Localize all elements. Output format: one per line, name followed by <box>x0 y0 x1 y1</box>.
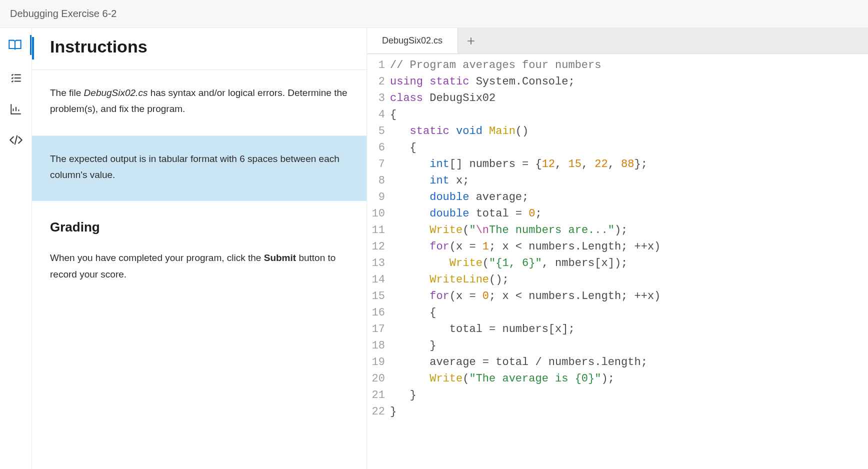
code-line[interactable]: class DebugSix02 <box>390 90 868 106</box>
note-text: The expected output is in tabular format… <box>50 154 340 180</box>
code-icon[interactable] <box>8 132 24 148</box>
code-line[interactable]: } <box>390 387 868 404</box>
code-line[interactable]: total = numbers[x]; <box>390 321 868 338</box>
book-icon[interactable] <box>0 35 32 55</box>
file-tab-label: DebugSix02.cs <box>382 36 442 46</box>
main: Instructions The file DebugSix02.cs has … <box>0 28 868 469</box>
code-line[interactable]: WriteLine(); <box>390 272 868 288</box>
grading-section: Grading When you have completed your pro… <box>32 201 366 300</box>
code-line[interactable]: using static System.Console; <box>390 74 868 90</box>
instructions-note: The expected output is in tabular format… <box>32 136 366 202</box>
grading-heading: Grading <box>50 216 348 238</box>
barchart-icon[interactable] <box>8 101 24 117</box>
code-line[interactable]: for(x = 0; x < numbers.Length; ++x) <box>390 288 868 304</box>
code-line[interactable]: { <box>390 304 868 321</box>
code-line[interactable]: { <box>390 140 868 156</box>
grading-text: When you have completed your program, cl… <box>50 250 348 282</box>
code-line[interactable]: double total = 0; <box>390 206 868 222</box>
editor-panel: DebugSix02.cs 12345678910111213141516171… <box>367 28 868 469</box>
code-line[interactable]: int[] numbers = {12, 15, 22, 88}; <box>390 156 868 172</box>
code-line[interactable]: average = total / numbers.length; <box>390 354 868 370</box>
page-title: Debugging Exercise 6-2 <box>10 8 116 20</box>
checklist-icon[interactable] <box>8 70 24 86</box>
code-line[interactable]: } <box>390 404 868 420</box>
code-line[interactable]: Write("{1, 6}", nmbers[x]); <box>390 255 868 272</box>
instructions-panel: Instructions The file DebugSix02.cs has … <box>32 28 367 469</box>
code-line[interactable]: Write("\nThe numbers are..."); <box>390 222 868 238</box>
file-tab[interactable]: DebugSix02.cs <box>367 28 458 54</box>
icon-rail <box>0 28 32 469</box>
code-editor[interactable]: 12345678910111213141516171819202122 // P… <box>367 54 868 469</box>
code-line[interactable]: } <box>390 338 868 354</box>
code-line[interactable]: double average; <box>390 189 868 206</box>
code-line[interactable]: Write("The average is {0}"); <box>390 370 868 387</box>
code-line[interactable]: for(x = 1; x < numbers.Length; ++x) <box>390 238 868 255</box>
titlebar: Debugging Exercise 6-2 <box>0 0 868 28</box>
code-line[interactable]: int x; <box>390 172 868 189</box>
tab-bar: DebugSix02.cs <box>367 28 868 54</box>
instructions-body: The file DebugSix02.cs has syntax and/or… <box>32 70 366 136</box>
add-tab-button[interactable] <box>458 28 484 54</box>
instructions-header: Instructions <box>32 28 366 70</box>
code-line[interactable]: static void Main() <box>390 123 868 140</box>
instructions-text: The file <box>50 88 84 98</box>
instructions-heading: Instructions <box>50 37 348 56</box>
code-area[interactable]: // Program averages four numbersusing st… <box>390 57 868 469</box>
code-line[interactable]: // Program averages four numbers <box>390 57 868 74</box>
filename: DebugSix02.cs <box>84 88 148 98</box>
code-line[interactable]: { <box>390 106 868 123</box>
line-gutter: 12345678910111213141516171819202122 <box>367 57 390 469</box>
